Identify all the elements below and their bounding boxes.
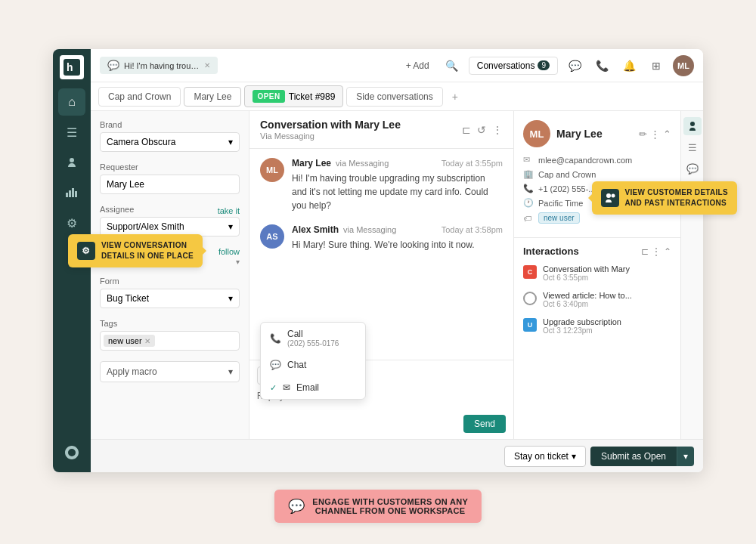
stay-chevron-icon: ▾ [572,451,576,462]
tags-container: new user ✕ [100,331,240,351]
customer-email: ✉ mlee@capandcrown.com [523,155,671,165]
macro-chevron-icon: ▾ [228,366,233,377]
tab-mary-lee[interactable]: Mary Lee [184,87,241,107]
dropdown-chat[interactable]: 💬 Chat [261,354,365,376]
collapse-customer-icon[interactable]: ⌃ [663,128,671,140]
take-it-link[interactable]: take it [218,206,240,215]
follow-link[interactable]: follow [218,247,240,256]
collapse-arrow-icon[interactable]: ▾ [236,258,240,266]
callout-right-icon [601,189,619,207]
dropdown-email[interactable]: ✓ ✉ Email [261,376,365,399]
form-select[interactable]: Bug Ticket ▾ [100,289,240,308]
brand-select[interactable]: Camera Obscura ▾ [100,132,240,152]
tag-new-user[interactable]: new user ✕ [104,335,155,347]
submit-button[interactable]: Submit as Open [590,447,677,466]
phone-icon[interactable]: 📞 [591,55,612,76]
assignee-label: Assignee [100,205,134,214]
side-tabs: ☰ 💬 [680,111,703,439]
bell-icon[interactable]: 🔔 [618,55,640,76]
requester-input[interactable]: Mary Lee [100,175,240,194]
tag-icon: 🏷 [523,214,534,223]
tab-side-conversations[interactable]: Side conversations [346,87,442,107]
stay-on-ticket-button[interactable]: Stay on ticket ▾ [504,446,586,467]
message-2-time: Today at 3:58pm [442,225,503,234]
topbar: 💬 Hi! I'm having trouble... ✕ + Add 🔍 Co… [91,49,703,82]
tab-close-icon[interactable]: ✕ [204,61,210,70]
reply-footer: Send [257,415,506,433]
interaction-3[interactable]: U Upgrade subscription Oct 3 12:23pm [523,317,671,335]
callout-customer-details: VIEW CUSTOMER DETAILSAND PAST INTERACTIO… [592,181,738,215]
interactions-filter-icon[interactable]: ⊏ [641,246,649,257]
more-icon[interactable]: ⋮ [492,124,503,136]
call-icon: 📞 [270,333,281,344]
interaction-2-time: Oct 6 3:40pm [543,300,671,308]
topbar-actions: + Add 🔍 Conversations 9 💬 📞 🔔 ⊞ ML [400,55,694,76]
edit-icon[interactable]: ✏ [639,128,647,140]
tab-ticket[interactable]: OPEN Ticket #989 [244,85,343,107]
company-icon: 🏢 [523,169,534,179]
message-2-channel: via Messaging [343,225,396,234]
email-icon: ✉ [283,382,290,393]
customer-tag-badge: new user [538,212,580,224]
message-1-avatar: ML [260,158,284,182]
interactions-title: Interactions [523,246,641,257]
apply-macro-button[interactable]: Apply macro ▾ [100,361,240,382]
requester-label: Requester [100,162,240,172]
customer-section: ML Mary Lee ✏ ⋮ ⌃ ✉ ml [514,111,680,238]
email-label: Email [296,382,319,393]
tab-cap-and-crown[interactable]: Cap and Crown [98,87,181,107]
interactions-more-icon[interactable]: ⋮ [652,246,661,257]
conversations-button[interactable]: Conversations 9 [469,57,558,75]
filter-icon[interactable]: ⊏ [462,124,471,136]
add-button[interactable]: + Add [400,57,435,74]
history-icon[interactable]: ↺ [477,124,486,136]
form-value: Bug Ticket [107,293,149,304]
user-avatar[interactable]: ML [673,55,694,76]
body-area: Brand Camera Obscura ▾ Requester Mary Le… [91,111,703,439]
sidebar-item-reports[interactable] [58,179,85,206]
search-icon[interactable]: 🔍 [442,55,463,76]
send-button[interactable]: Send [463,415,506,433]
grid-icon[interactable]: ⊞ [646,55,667,76]
message-1-sender: Mary Lee [292,158,331,168]
email-detail-icon: ✉ [523,155,534,165]
sidebar-item-settings[interactable]: ⚙ [58,209,85,236]
interaction-3-title: Upgrade subscription [543,317,671,326]
tag-remove-icon[interactable]: ✕ [144,337,150,345]
interactions-collapse-icon[interactable]: ⌃ [664,246,671,257]
message-2: AS Alex Smith via Messaging Today at 3:5… [260,224,503,252]
customer-more-icon[interactable]: ⋮ [650,128,660,140]
active-tab[interactable]: 💬 Hi! I'm having trouble... ✕ [100,57,218,74]
interaction-2[interactable]: Viewed article: How to... Oct 6 3:40pm [523,291,671,308]
svg-rect-5 [75,191,77,197]
conversation-subtitle: Via Messaging [260,131,401,141]
right-panel: ML Mary Lee ✏ ⋮ ⌃ ✉ ml [514,111,680,439]
svg-rect-4 [72,188,74,197]
form-field: Form Bug Ticket ▾ [100,277,240,308]
sidebar-item-zendesk[interactable] [58,439,85,466]
chat-icon[interactable]: 💬 [564,55,585,76]
interaction-1-time: Oct 6 3:55pm [543,274,671,282]
bottom-footer: Stay on ticket ▾ Submit as Open ▾ [91,439,703,472]
conversation-actions: ⊏ ↺ ⋮ [462,124,503,136]
callout-engage-customers: 💬 ENGAGE WITH CUSTOMERS ON ANYCHANNEL FR… [274,490,482,523]
sidebar-item-tickets[interactable]: ☰ [58,119,85,146]
sidebar-item-home[interactable]: ⌂ [58,88,85,116]
side-tab-user[interactable] [683,117,702,135]
sidebar-item-users[interactable] [58,149,85,176]
customer-avatar: ML [523,120,550,147]
customer-company: 🏢 Cap and Crown [523,169,671,179]
side-tab-list[interactable]: ☰ [683,138,702,156]
dropdown-call[interactable]: 📞 Call (202) 555-0176 [261,323,365,354]
sidebar-logo: h [60,55,84,79]
submit-dropdown-button[interactable]: ▾ [677,447,694,466]
side-tab-chat[interactable]: 💬 [683,159,702,178]
tags-field: Tags new user ✕ [100,319,240,351]
check-icon: ✓ [270,383,277,393]
callout-conversation-details: ⚙ VIEW CONVERSATIONDETAILS IN ONE PLACE [68,234,203,267]
interaction-1[interactable]: C Conversation with Mary Oct 6 3:55pm [523,264,671,282]
svg-text:h: h [67,61,73,73]
interaction-3-content: Upgrade subscription Oct 3 12:23pm [543,317,671,335]
message-2-content: Alex Smith via Messaging Today at 3:58pm… [292,224,503,252]
add-tab-icon[interactable]: + [446,88,464,106]
